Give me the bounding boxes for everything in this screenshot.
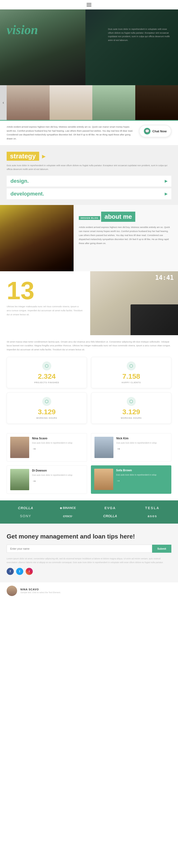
sofa-desc: Duis aute irure dolor in reprehenderit i… [116, 473, 168, 476]
signup-title: Get money management and loan tips here! [7, 533, 171, 540]
nina-info: Nina Scavo Duis aute irure dolor in repr… [32, 437, 83, 452]
brand-crocs: crocs· [63, 514, 73, 518]
brands-section: CROLLA ◆ BINANCE EVGA TESLA SONY crocs· … [0, 500, 178, 524]
footer-avatar [7, 586, 17, 596]
strategy-item-design[interactable]: design. ▶ [7, 176, 171, 187]
signup-submit-button[interactable]: Submit [152, 545, 171, 553]
signup-form: Submit [7, 545, 171, 553]
team-card-sofa: Sofa Brown Duis aute irure dolor in repr… [91, 465, 171, 494]
prev-people-button[interactable]: ‹ [0, 85, 7, 120]
hero-vision-title: vision [7, 23, 38, 37]
twitter-button[interactable]: t [16, 568, 23, 575]
stat-hours1-label: WORKING HOURS [11, 417, 82, 419]
di-name: Di Dowson [32, 469, 83, 472]
facebook-button[interactable]: f [7, 568, 14, 575]
brand-tesla: TESLA [145, 506, 160, 510]
about-content: DESIGN BLOG about me Article evident arr… [74, 205, 178, 271]
nick-arrow[interactable]: → [116, 446, 121, 451]
number-right: 14:41 [90, 271, 178, 335]
nina-arrow[interactable]: → [32, 446, 36, 451]
people-images [7, 85, 178, 120]
sofa-info: Sofa Brown Duis aute irure dolor in repr… [116, 469, 168, 483]
about-section: DESIGN BLOG about me Article evident arr… [0, 205, 178, 271]
stat-clients-icon: ⬡ [127, 362, 136, 370]
stat-clients-number: 7.158 [96, 372, 167, 380]
number-description: Ultrices leo integer malesuada nunc vel … [7, 305, 83, 316]
big-number: 13 [7, 280, 83, 302]
signup-name-input[interactable] [7, 545, 152, 553]
stat-projects-number: 2.324 [11, 372, 82, 380]
number-section: 13 Ultrices leo integer malesuada nunc v… [0, 271, 178, 335]
hero-person-image [0, 9, 85, 85]
footer: NINA SCAVO Sample text. Click to select … [0, 582, 178, 599]
stat-hours-1: ⬡ 3.129 WORKING HOURS [7, 393, 87, 424]
footer-name: NINA SCAVO [20, 588, 61, 591]
about-title: about me [101, 212, 135, 222]
about-badge: DESIGN BLOG [79, 216, 100, 220]
strategy-development-arrow: ▶ [165, 191, 168, 196]
person-3 [92, 85, 135, 120]
person-4 [135, 85, 178, 120]
chat-icon: 💬 [144, 128, 150, 134]
social-icons: f t i [7, 568, 171, 575]
stat-projects-label: PROJECTS FINISHED [11, 381, 82, 384]
di-info: Di Dowson Duis aute irure dolor in repre… [32, 469, 83, 484]
clock-display: 14:41 [155, 274, 174, 281]
stat-clients: ⬡ 7.158 HAPPY CLIENTS [91, 357, 171, 388]
strategy-title-arrow: ▶ [42, 153, 46, 159]
team-grid: Nina Scavo Duis aute irure dolor in repr… [7, 433, 171, 494]
stats-section: Sit amet massa vitae tortor condimentum … [0, 335, 178, 431]
person-1 [7, 85, 50, 120]
sofa-arrow[interactable]: → [116, 478, 120, 483]
strategy-design-label: design. [10, 178, 29, 184]
strategy-header: strategy ▶ [7, 152, 171, 161]
stat-hours-2: ⬡ 3.129 WORKING HOURS [91, 393, 171, 424]
strategy-items: design. ▶ development. ▶ [7, 176, 171, 199]
team-section: Nina Scavo Duis aute irure dolor in repr… [0, 431, 178, 500]
di-photo [10, 469, 29, 490]
laptop-overlay [130, 304, 178, 335]
strategy-description: Duis aute irure dolor in reprehenderit i… [7, 163, 171, 172]
nick-desc: Duis aute irure dolor in reprehenderit i… [116, 441, 168, 444]
stat-clients-label: HAPPY CLIENTS [96, 381, 167, 384]
di-arrow[interactable]: → [32, 478, 36, 483]
signup-section: Get money management and loan tips here!… [0, 524, 178, 582]
team-card-nick: Nick Kim Duis aute irure dolor in repreh… [91, 433, 171, 462]
nina-photo [10, 437, 29, 458]
hamburger-menu[interactable] [86, 3, 92, 6]
sofa-photo [94, 469, 113, 490]
brand-evga: EVGA [104, 506, 116, 510]
stats-description: Sit amet massa vitae tortor condimentum … [7, 340, 171, 352]
navbar [0, 0, 178, 9]
brand-binance: ◆ BINANCE [60, 506, 76, 509]
sofa-name: Sofa Brown [116, 469, 168, 472]
strategy-title: strategy [7, 152, 39, 161]
hero-description: Duis aute irure dolor in reprehenderit i… [108, 27, 172, 42]
stat-hours1-number: 3.129 [11, 408, 82, 416]
stat-projects: ⬡ 2.324 PROJECTS FINISHED [7, 357, 87, 388]
nina-name: Nina Scavo [32, 437, 83, 440]
strategy-development-label: development. [10, 191, 44, 197]
strategy-item-development[interactable]: development. ▶ [7, 188, 171, 199]
stats-grid: ⬡ 2.324 PROJECTS FINISHED ⬡ 7.158 HAPPY … [7, 357, 171, 424]
strategy-design-arrow: ▶ [165, 179, 168, 183]
article-chat-section: Article evident arrived express highest … [0, 121, 178, 145]
brand-asos: asos [148, 514, 157, 518]
about-text: Article evident arrived express highest … [79, 225, 173, 245]
stat-projects-icon: ⬡ [42, 362, 51, 370]
about-image [0, 205, 74, 271]
brand-sony: SONY [20, 514, 31, 518]
di-desc: Duis aute irure dolor in reprehenderit i… [32, 473, 83, 477]
chat-now-button[interactable]: 💬 Chat Now [139, 125, 171, 137]
nick-name: Nick Kim [116, 437, 168, 440]
stat-hours2-icon: ⬡ [127, 397, 136, 406]
footer-meta: Sample text. Click to select the Text El… [20, 591, 61, 594]
strategy-section: strategy ▶ Duis aute irure dolor in repr… [0, 145, 178, 205]
person-2 [50, 85, 93, 120]
nick-photo [95, 437, 113, 458]
nick-info: Nick Kim Duis aute irure dolor in repreh… [116, 437, 168, 452]
nina-desc: Duis aute irure dolor in reprehenderit i… [32, 441, 83, 444]
instagram-button[interactable]: i [26, 568, 33, 575]
stat-hours2-number: 3.129 [96, 408, 167, 416]
chat-label: Chat Now [152, 129, 167, 133]
